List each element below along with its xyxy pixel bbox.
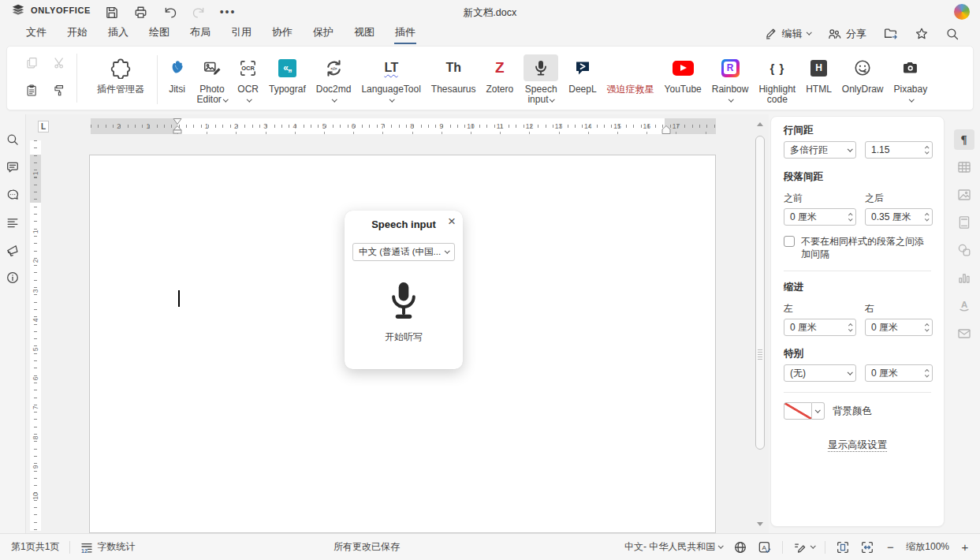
image-settings-icon[interactable] [954, 185, 974, 205]
about-button[interactable] [5, 270, 20, 286]
scrollbar-thumb[interactable] [755, 136, 765, 450]
same-style-spacing-checkbox[interactable]: 不要在相同样式的段落之间添加间隔 [784, 235, 931, 260]
spin-down-icon[interactable] [925, 149, 929, 153]
feedback-button[interactable] [5, 242, 20, 258]
mail-merge-settings-icon[interactable] [954, 323, 974, 343]
scroll-down-button[interactable] [755, 518, 766, 529]
set-language-button[interactable] [733, 540, 747, 554]
tab-plugins[interactable]: 插件 [394, 23, 416, 44]
spin-down-icon[interactable] [925, 327, 929, 330]
tab-protection[interactable]: 保护 [312, 23, 334, 44]
first-line-indent-marker[interactable] [173, 118, 182, 125]
paste-button[interactable] [24, 83, 39, 97]
document-language-select[interactable]: 中文- 中华人民共和国 [624, 540, 723, 554]
indent-right-spinner[interactable]: 0 厘米 [865, 319, 933, 336]
cut-button[interactable] [52, 55, 66, 69]
tab-file[interactable]: 文件 [25, 23, 47, 44]
plugin-highlight-code[interactable]: { } Highlight code [754, 48, 801, 105]
fit-page-button[interactable] [836, 540, 850, 554]
toolbar-divider [157, 55, 158, 104]
text-art-settings-icon[interactable]: A [954, 295, 974, 315]
favorites-button[interactable] [915, 27, 929, 41]
plugin-thesaurus[interactable]: Th Thesaurus [426, 48, 481, 95]
panel-divider [784, 392, 931, 393]
special-indent-spinner[interactable]: 0 厘米 [865, 364, 933, 382]
zoom-out-button[interactable]: − [885, 540, 896, 554]
fit-width-icon [860, 540, 874, 554]
show-advanced-settings-link[interactable]: 显示高级设置 [828, 439, 887, 452]
spacing-before-spinner[interactable]: 0 厘米 [784, 208, 856, 226]
plugin-photo-editor[interactable]: Photo Editor [192, 48, 233, 105]
plugin-rainbow[interactable]: R Rainbow [706, 48, 754, 105]
copy-button[interactable] [24, 55, 39, 69]
zoom-level[interactable]: 缩放100% [906, 540, 949, 554]
tab-draw[interactable]: 绘图 [148, 23, 170, 44]
table-settings-icon[interactable] [954, 157, 974, 177]
line-spacing-type-select[interactable]: 多倍行距 [784, 141, 856, 159]
spell-check-button[interactable]: A [758, 540, 772, 554]
copy-style-button[interactable] [52, 83, 66, 97]
tab-home[interactable]: 开始 [66, 23, 88, 44]
tab-collaboration[interactable]: 协作 [271, 23, 293, 44]
chat-button[interactable] [5, 187, 20, 203]
tab-stop-selector[interactable]: L [38, 121, 49, 133]
paragraph-settings-icon[interactable]: ¶ [954, 129, 974, 150]
plugin-label: OCR [237, 84, 259, 95]
plugin-languagetool[interactable]: LT LanguageTool [356, 48, 426, 105]
right-indent-marker[interactable] [661, 125, 671, 134]
vertical-scrollbar[interactable] [755, 118, 766, 529]
editing-mode-button[interactable]: 编辑 [764, 27, 811, 41]
hanging-indent-marker[interactable] [173, 125, 182, 134]
share-button[interactable]: 分享 [827, 27, 866, 41]
plugin-pixabay[interactable]: Pixabay [889, 48, 933, 105]
plugin-speech-input[interactable]: Speech input [519, 48, 564, 105]
special-indent-select[interactable]: (无) [784, 364, 856, 382]
user-avatar[interactable] [954, 4, 970, 20]
spin-down-icon[interactable] [848, 327, 852, 330]
spin-down-icon[interactable] [848, 216, 852, 220]
plugin-ocr[interactable]: OCR OCR [233, 48, 264, 105]
vertical-ruler[interactable]: 112345678910 [30, 140, 41, 531]
plugin-zotero[interactable]: Z Zotero [481, 48, 519, 95]
zoom-in-button[interactable]: + [960, 540, 971, 554]
plugin-typograf[interactable]: «,, Typograf [264, 48, 311, 95]
scroll-up-button[interactable] [755, 118, 766, 129]
plugin-onlydraw[interactable]: OnlyDraw [837, 48, 889, 95]
spin-down-icon[interactable] [925, 216, 929, 220]
open-file-location-button[interactable] [883, 26, 898, 41]
plugin-doc2md[interactable]: </> Doc2md [311, 48, 356, 105]
find-button[interactable] [5, 132, 20, 147]
tab-references[interactable]: 引用 [230, 23, 252, 44]
plugin-jitsi[interactable]: Jitsi [162, 48, 192, 95]
start-dictation-mic-button[interactable] [387, 281, 420, 322]
page-number-status[interactable]: 第1页共1页 [11, 540, 59, 554]
fit-width-button[interactable] [860, 540, 874, 554]
header-footer-settings-icon[interactable] [954, 212, 974, 233]
after-label: 之后 [865, 192, 933, 205]
plugin-qiangpozheng[interactable]: 强迫症救星 [602, 48, 659, 95]
tab-layout[interactable]: 布局 [189, 23, 211, 44]
word-count-button[interactable]: 12 字数统计 [80, 540, 135, 554]
spin-down-icon[interactable] [925, 372, 929, 376]
close-icon[interactable]: × [448, 214, 456, 230]
tab-view[interactable]: 视图 [353, 23, 375, 44]
search-button[interactable] [945, 27, 960, 41]
comments-button[interactable] [5, 159, 20, 175]
spacing-after-spinner[interactable]: 0.35 厘米 [865, 208, 933, 226]
speech-language-select[interactable]: 中文 (普通话 (中国... [352, 243, 455, 261]
background-color-dropdown[interactable] [812, 402, 825, 420]
track-changes-button[interactable] [793, 540, 815, 554]
navigation-headings-button[interactable] [5, 215, 20, 230]
horizontal-ruler[interactable]: 211234567891011121314151617 [91, 118, 716, 134]
plugin-deepl[interactable]: DeepL [564, 48, 602, 95]
plugin-html[interactable]: H HTML [801, 48, 837, 95]
languagetool-icon: LT [384, 54, 397, 81]
chart-settings-icon[interactable] [954, 267, 974, 288]
background-color-swatch[interactable] [784, 402, 812, 420]
plugin-youtube[interactable]: YouTube [659, 48, 706, 95]
indent-left-spinner[interactable]: 0 厘米 [784, 319, 856, 336]
shape-settings-icon[interactable] [954, 240, 974, 260]
line-spacing-value-spinner[interactable]: 1.15 [865, 141, 933, 159]
tab-insert[interactable]: 插入 [107, 23, 129, 44]
plugin-manager-button[interactable]: 插件管理器 [89, 48, 152, 95]
